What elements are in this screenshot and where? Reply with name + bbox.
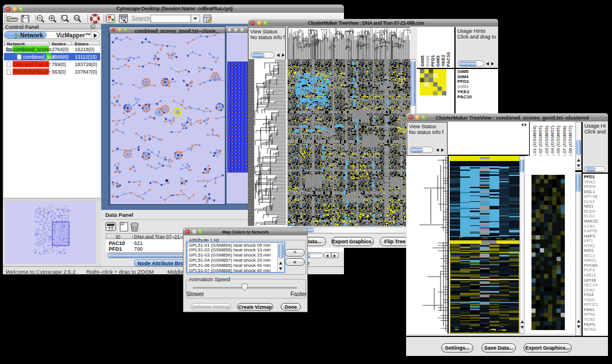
svg-text:Search:: Search: <box>132 16 151 22</box>
svg-text:1:1: 1:1 <box>75 17 79 20</box>
